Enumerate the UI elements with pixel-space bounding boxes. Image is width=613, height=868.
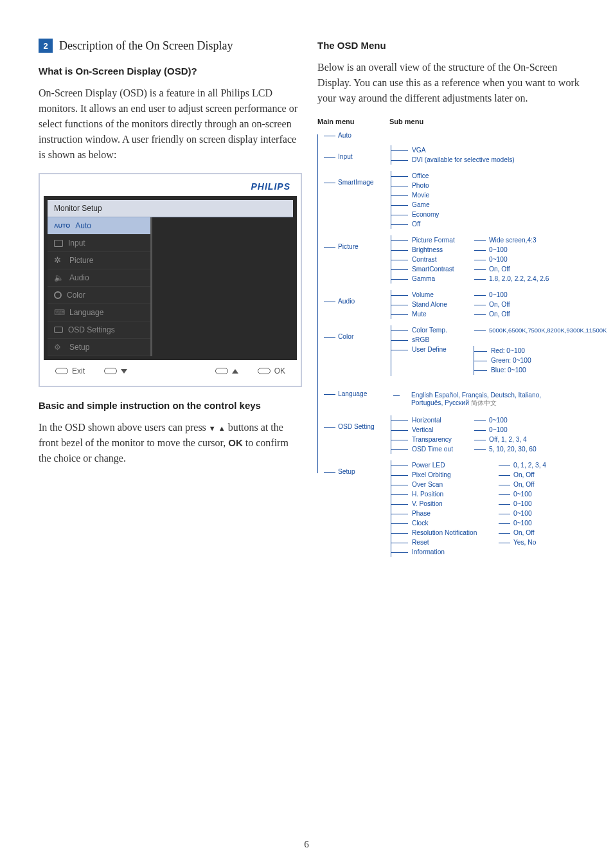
sub-value: 0~100 xyxy=(489,426,587,433)
sub-value: 0~100 xyxy=(513,520,587,527)
sub-value: 0~100 xyxy=(513,491,587,498)
osd-item-input[interactable]: Input xyxy=(48,235,150,252)
sub-item: DVI (available for selective models) xyxy=(403,155,587,165)
ok-label: OK xyxy=(274,366,285,375)
sub-item: Phase0~100 xyxy=(403,509,587,518)
sub-item: Movie xyxy=(403,190,587,200)
osd-label: OSD Settings xyxy=(68,325,115,334)
sub-item: Power LED0, 1, 2, 3, 4 xyxy=(403,460,587,470)
osd-tree: Auto Input VGA DVI (available for select… xyxy=(317,132,587,557)
setup-icon xyxy=(54,343,64,352)
sub-value: On, Off xyxy=(513,529,587,536)
sub-label: Game xyxy=(412,201,471,208)
osd-item-setup[interactable]: Setup xyxy=(48,339,150,356)
main-label: SmartImage xyxy=(338,179,391,186)
osd-item-language[interactable]: Language xyxy=(48,304,150,321)
sub-value: 5, 10, 20, 30, 60 xyxy=(489,446,587,453)
left-column: 2 Description of the On Screen Display W… xyxy=(39,39,302,561)
sub-value: 0~100 xyxy=(489,417,587,424)
sub-label: Clock xyxy=(412,520,495,527)
sub-label: Phase xyxy=(412,510,495,517)
lang-token: Español, Français, Deutsch, Italiano, xyxy=(432,392,541,399)
osd-label: Setup xyxy=(69,343,89,352)
main-label: Color xyxy=(338,333,391,340)
sub-label: Picture Format xyxy=(412,237,471,244)
sub-item: Over ScanOn, Off xyxy=(403,480,587,489)
sub-item: Gamma1.8, 2.0, 2.2, 2.4, 2.6 xyxy=(403,274,587,284)
lang-token: 简体中文 xyxy=(471,399,497,406)
osd-item-auto[interactable]: AUTO Auto xyxy=(48,217,150,235)
sub-label: Brightness xyxy=(412,246,471,253)
sub-item: Picture FormatWide screen,4:3 xyxy=(403,235,587,245)
sub-value: 0~100 xyxy=(489,246,587,253)
osd-body: Monitor Setup AUTO Auto Input xyxy=(44,196,297,360)
exit-button[interactable]: Exit xyxy=(55,366,85,375)
text-fragment: In the OSD shown above users can press xyxy=(39,422,209,433)
sub-label: VGA xyxy=(412,147,471,154)
sub-label: Reset xyxy=(412,539,495,546)
user-define-block: Red: 0~100 Green: 0~100 Blue: 0~100 xyxy=(474,346,531,375)
up-button[interactable] xyxy=(215,366,238,375)
tree-color: Color Color Temp.5000K,6500K,7500K,8200K… xyxy=(324,333,587,376)
sub-item: Horizontal0~100 xyxy=(403,415,587,425)
lang-token: Português, Русский xyxy=(411,399,471,406)
osd-item-audio[interactable]: Audio xyxy=(48,269,150,287)
sub-label: Transparency xyxy=(412,436,471,443)
ok-bold-text: OK xyxy=(228,437,243,448)
sub-item: SmartContrastOn, Off xyxy=(403,264,587,274)
sub-label: Over Scan xyxy=(412,481,495,488)
tree-audio: Audio Volume0~100 Stand AloneOn, Off Mut… xyxy=(324,298,587,319)
audio-icon xyxy=(54,273,64,282)
sub-value: Wide screen,4:3 xyxy=(489,237,587,244)
sub-label: Off xyxy=(412,221,471,228)
osd-detail-pane xyxy=(150,217,293,356)
sub-label: Office xyxy=(412,172,471,179)
osd-header: Monitor Setup xyxy=(48,200,293,217)
sub-value: 0~100 xyxy=(513,510,587,517)
triangle-up-icon xyxy=(232,369,238,374)
triangle-down-icon xyxy=(121,369,127,374)
sub-item: English Español, Français, Deutsch, Ital… xyxy=(402,390,587,409)
ud-item: Blue: 0~100 xyxy=(483,365,531,375)
sub-item: H. Position0~100 xyxy=(403,489,587,499)
sub-value: On, Off xyxy=(513,481,587,488)
sub-item: Off xyxy=(403,219,587,229)
tree-language: Language English Español, Français, Deut… xyxy=(324,390,587,409)
input-icon xyxy=(54,240,63,247)
ok-button[interactable]: OK xyxy=(258,366,285,375)
sub-item: Resolution NotificationOn, Off xyxy=(403,528,587,538)
sub-item: Game xyxy=(403,200,587,210)
main-label: Audio xyxy=(338,298,391,305)
sub-label: Horizontal xyxy=(412,417,471,424)
osd-item-osd-settings[interactable]: OSD Settings xyxy=(48,321,150,339)
sub-value: 0~100 xyxy=(489,291,587,298)
sub-item: User Define Red: 0~100 Green: 0~100 Blue… xyxy=(403,345,607,376)
page: 2 Description of the On Screen Display W… xyxy=(39,39,587,561)
sub-label: User Define xyxy=(412,346,471,353)
osd-footer: Exit OK xyxy=(44,360,297,382)
osd-brand: PHILIPS xyxy=(44,178,297,196)
osd-item-picture[interactable]: Picture xyxy=(48,252,150,269)
tree-auto: Auto xyxy=(324,132,587,139)
sub-value: Off, 1, 2, 3, 4 xyxy=(489,436,587,443)
sub-label: Volume xyxy=(412,291,471,298)
philips-logo: PHILIPS xyxy=(251,181,290,192)
tree-picture: Picture Picture FormatWide screen,4:3 Br… xyxy=(324,243,587,284)
sub-value: 1.8, 2.0, 2.2, 2.4, 2.6 xyxy=(489,275,587,282)
sub-label: Stand Alone xyxy=(412,301,471,308)
osd-menu-heading: The OSD Menu xyxy=(317,40,587,51)
section-heading: 2 Description of the On Screen Display xyxy=(39,39,302,53)
sub-value: 0~100 xyxy=(489,256,587,263)
sub-label: Mute xyxy=(412,311,471,318)
sub-label: Photo xyxy=(412,182,471,189)
sub-item: TransparencyOff, 1, 2, 3, 4 xyxy=(403,435,587,444)
basic-instruction-text: In the OSD shown above users can press ▼… xyxy=(39,420,302,466)
sub-item: ResetYes, No xyxy=(403,538,587,547)
ud-item: Red: 0~100 xyxy=(483,346,531,356)
sub-label: Resolution Notification xyxy=(412,529,495,536)
down-button[interactable] xyxy=(104,366,127,375)
sub-value: 0, 1, 2, 3, 4 xyxy=(513,462,587,469)
osd-item-color[interactable]: Color xyxy=(48,287,150,304)
osd-label: Picture xyxy=(69,256,93,265)
sub-label: Color Temp. xyxy=(412,327,471,334)
